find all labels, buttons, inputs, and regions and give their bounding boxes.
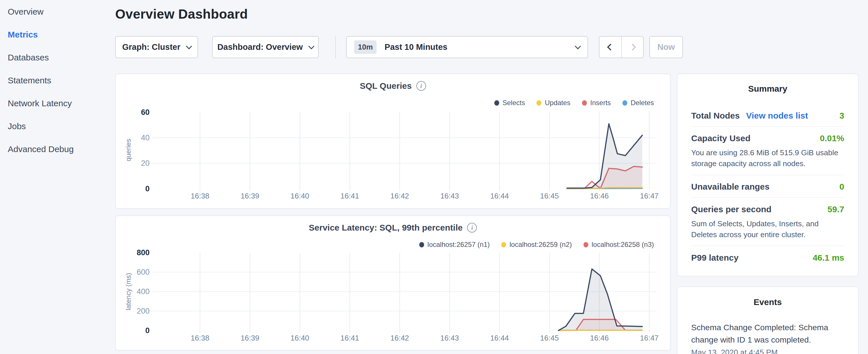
x-tick-label: 16:40: [280, 192, 320, 200]
legend-label: localhost:26259 (n2): [509, 240, 572, 249]
chevron-down-icon: [575, 43, 581, 49]
event-item-text: Schema Change Completed: Schema change w…: [691, 321, 844, 346]
sidebar: Overview Metrics Databases Statements Ne…: [0, 0, 115, 354]
legend-dot-icon: [582, 100, 587, 106]
chevron-right-icon: [629, 43, 636, 51]
x-tick-label: 16:43: [430, 192, 470, 200]
time-range-badge: 10m: [354, 40, 376, 54]
sql-queries-chart-card: SQL Queries i SelectsUpdatesInsertsDelet…: [115, 74, 671, 209]
sidebar-item-databases[interactable]: Databases: [8, 53, 115, 62]
sidebar-item-advanced-debug[interactable]: Advanced Debug: [8, 144, 115, 154]
summary-row-unavailable-ranges: Unavailable ranges 0: [691, 182, 844, 192]
summary-row-p99-latency: P99 latency 46.1 ms: [691, 253, 844, 263]
x-tick-label: 16:45: [529, 334, 569, 343]
legend-label: Updates: [545, 99, 570, 107]
chevron-left-icon: [607, 43, 614, 51]
chart-title: Service Latency: SQL, 99th percentile: [309, 223, 463, 232]
sidebar-item-jobs[interactable]: Jobs: [8, 122, 115, 131]
events-title: Events: [691, 297, 844, 307]
series-area-Selects: [567, 124, 642, 189]
y-tick-label: 200: [116, 307, 150, 316]
chart-legend: SelectsUpdatesInsertsDeletes: [494, 99, 654, 107]
summary-row-capacity-used: Capacity Used 0.01%: [691, 133, 844, 143]
x-tick-label: 16:43: [430, 334, 470, 343]
sidebar-item-metrics[interactable]: Metrics: [8, 30, 115, 39]
x-tick-label: 16:41: [330, 192, 370, 200]
summary-row-total-nodes: Total Nodes View nodes list 3: [691, 111, 844, 121]
x-tick-label: 16:44: [479, 334, 520, 343]
y-tick-label: 0: [116, 326, 150, 335]
summary-row-label: P99 latency: [691, 253, 739, 263]
chart-plot[interactable]: [152, 112, 657, 192]
legend-item: Updates: [536, 99, 570, 107]
x-tick-label: 16:44: [479, 192, 520, 200]
graph-dropdown[interactable]: Graph: Cluster: [115, 36, 198, 58]
sidebar-item-statements[interactable]: Statements: [8, 75, 115, 85]
x-tick-label: 16:38: [180, 334, 220, 343]
summary-panel: Summary Total Nodes View nodes list 3 Ca…: [677, 74, 859, 277]
legend-item: localhost:26257 (n1): [419, 240, 490, 249]
divider: [335, 36, 336, 58]
legend-dot-icon: [419, 242, 424, 248]
legend-dot-icon: [536, 100, 541, 106]
dashboard-dropdown-label: Dashboard: Overview: [217, 42, 303, 52]
time-step-back-button[interactable]: [599, 37, 621, 58]
summary-row-value: 3: [839, 111, 844, 121]
legend-item: localhost:26258 (n3): [584, 240, 654, 249]
dashboard-dropdown[interactable]: Dashboard: Overview: [212, 36, 319, 58]
divider: [691, 126, 844, 127]
y-tick-label: 400: [116, 287, 150, 296]
x-tick-label: 16:45: [529, 192, 569, 200]
legend-dot-icon: [494, 100, 499, 106]
view-nodes-list-link[interactable]: View nodes list: [746, 111, 808, 121]
summary-title: Summary: [691, 84, 844, 94]
summary-row-value: 59.7: [828, 204, 844, 214]
summary-row-value: 0: [839, 182, 844, 192]
y-tick-label: 0: [116, 184, 150, 193]
x-tick-label: 16:42: [380, 192, 420, 200]
legend-label: Deletes: [631, 99, 654, 107]
service-latency-chart-card: Service Latency: SQL, 99th percentile i …: [115, 215, 671, 351]
series-area-localhost:26257 (n1): [559, 269, 643, 330]
summary-row-value: 0.01%: [820, 133, 844, 143]
page-title: Overview Dashboard: [115, 6, 248, 22]
summary-row-label: Queries per second: [691, 204, 771, 214]
y-tick-label: 600: [116, 267, 150, 277]
summary-row-label: Unavailable ranges: [691, 182, 769, 192]
chart-title: SQL Queries: [360, 81, 411, 91]
events-panel: Events Schema Change Completed: Schema c…: [677, 286, 859, 354]
sidebar-item-network-latency[interactable]: Network Latency: [8, 99, 115, 108]
sidebar-item-overview[interactable]: Overview: [8, 7, 115, 17]
chevron-down-icon: [186, 43, 192, 49]
x-tick-label: 16:42: [380, 334, 420, 343]
x-tick-label: 16:46: [580, 192, 620, 200]
legend-label: localhost:26257 (n1): [428, 240, 490, 249]
legend-item: Deletes: [622, 99, 654, 107]
chart-legend: localhost:26257 (n1)localhost:26259 (n2)…: [419, 240, 654, 249]
legend-item: localhost:26259 (n2): [501, 240, 572, 249]
x-tick-label: 16:39: [230, 334, 270, 343]
y-tick-label: 20: [116, 159, 150, 168]
legend-dot-icon: [501, 242, 506, 248]
summary-row-queries-per-second: Queries per second 59.7: [691, 204, 844, 214]
time-step-forward-button[interactable]: [621, 37, 643, 58]
time-range-dropdown[interactable]: 10m Past 10 Minutes: [346, 36, 588, 58]
legend-dot-icon: [584, 242, 588, 248]
legend-dot-icon: [622, 100, 627, 106]
x-tick-label: 16:41: [330, 334, 370, 343]
summary-row-label: Capacity Used: [691, 133, 750, 143]
x-tick-label: 16:39: [230, 192, 270, 200]
divider: [691, 197, 844, 198]
graph-dropdown-label: Graph: Cluster: [122, 42, 180, 52]
chevron-down-icon: [308, 43, 314, 49]
summary-row-value: 46.1 ms: [813, 253, 844, 263]
info-icon[interactable]: i: [467, 223, 477, 232]
time-range-label: Past 10 Minutes: [384, 42, 447, 52]
x-tick-label: 16:38: [180, 192, 220, 200]
y-tick-label: 60: [116, 108, 150, 117]
legend-item: Inserts: [582, 99, 611, 107]
summary-row-subtext: Sum of Selects, Updates, Inserts, and De…: [691, 218, 844, 240]
info-icon[interactable]: i: [416, 81, 426, 91]
chart-plot[interactable]: [152, 253, 657, 333]
now-button[interactable]: Now: [649, 36, 683, 58]
